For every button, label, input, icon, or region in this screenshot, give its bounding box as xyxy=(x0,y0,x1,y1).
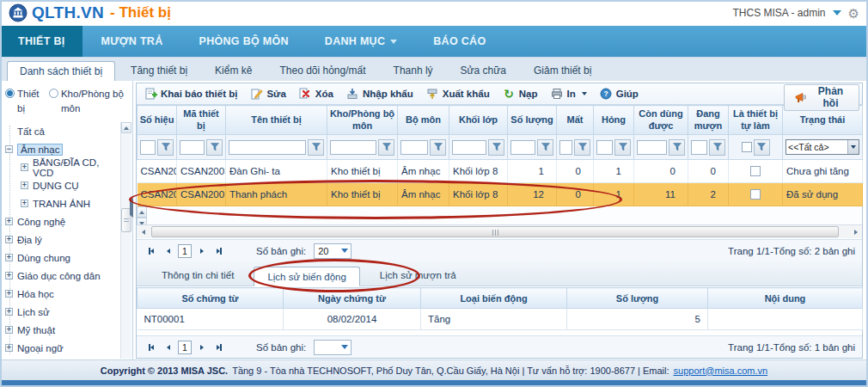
expand-icon[interactable]: + xyxy=(5,326,13,334)
filter-ma-input[interactable] xyxy=(180,140,205,155)
first-page-button[interactable] xyxy=(144,340,158,354)
col-so-chung-tu[interactable]: Số chứng từ xyxy=(138,288,284,309)
filter-mat-input[interactable] xyxy=(559,140,572,155)
tree-item-tat-ca[interactable]: Tất cả xyxy=(2,122,119,140)
filter-con-dung-input[interactable] xyxy=(637,140,667,155)
expand-icon[interactable]: + xyxy=(5,344,13,352)
col-so-luong-detail[interactable]: Số lượng xyxy=(567,288,708,309)
prev-page-button[interactable] xyxy=(161,243,175,258)
menu-muon-tra[interactable]: MƯỢN TRẢ xyxy=(83,26,180,57)
print-dropdown-icon[interactable] xyxy=(582,92,587,95)
col-khoi-lop[interactable]: Khối lớp xyxy=(449,106,508,135)
col-noi-dung[interactable]: Nội dung xyxy=(708,288,863,309)
declare-equipment-button[interactable]: Khai báo thiết bị xyxy=(144,88,237,100)
tab-kiem-ke[interactable]: Kiểm kê xyxy=(203,61,264,81)
table-row-selected[interactable]: CSAN20 CSAN2005 Thanh phách Kho thiết bị… xyxy=(138,183,863,206)
tree-item-bang-dia[interactable]: +BĂNG/ĐĨA CD, VCD xyxy=(2,158,119,176)
filter-funnel-icon[interactable] xyxy=(537,139,553,156)
dropdown-arrow-icon[interactable] xyxy=(339,341,351,354)
edit-button[interactable]: Sửa xyxy=(250,88,285,100)
expand-icon[interactable]: + xyxy=(5,218,13,225)
first-page-button[interactable] xyxy=(144,243,158,258)
filter-funnel-icon[interactable] xyxy=(157,139,174,156)
delete-button[interactable]: Xóa xyxy=(299,88,333,100)
user-dropdown-icon[interactable] xyxy=(833,10,841,15)
current-page-box[interactable]: 1 xyxy=(178,341,192,354)
tree-item-dia-ly[interactable]: +Địa lý xyxy=(2,230,119,249)
tree-item-my-thuat[interactable]: +Mỹ thuật xyxy=(2,321,119,339)
tree-scrollbar[interactable] xyxy=(120,122,131,359)
col-ngay-chung-tu[interactable]: Ngày chứng từ xyxy=(284,288,421,309)
filter-funnel-icon[interactable] xyxy=(754,139,770,156)
expand-icon[interactable]: + xyxy=(5,290,13,298)
feedback-button[interactable]: Phản hồi xyxy=(784,84,859,111)
tree-item-ngoai-ngu[interactable]: +Ngoại ngữ xyxy=(2,339,119,357)
col-ma-thiet-bi[interactable]: Mã thiết bị xyxy=(177,106,226,135)
scroll-right-icon[interactable] xyxy=(849,225,862,238)
col-ten-thiet-bi[interactable]: Tên thiết bị xyxy=(226,106,327,135)
current-page-box[interactable]: 1 xyxy=(178,244,192,258)
filter-funnel-icon[interactable] xyxy=(574,139,590,156)
export-button[interactable]: Xuất khẩu xyxy=(426,88,490,100)
col-so-hieu[interactable]: Số hiệu xyxy=(138,106,177,135)
scroll-up-icon[interactable] xyxy=(121,122,131,133)
tree-item-lich-su[interactable]: +Lịch sử xyxy=(2,303,119,321)
filter-khoi-lop-input[interactable] xyxy=(452,140,486,155)
table-row[interactable]: CSAN20 CSAN2003 Đàn Ghi- ta Kho thiết bị… xyxy=(138,160,863,183)
tree-item-dung-chung[interactable]: +Dùng chung xyxy=(2,249,119,267)
filter-funnel-icon[interactable] xyxy=(378,139,394,156)
filter-dang-muon-input[interactable] xyxy=(691,140,707,155)
expand-icon[interactable]: + xyxy=(5,254,13,261)
tree-item-dung-cu[interactable]: +DỤNG CỤ xyxy=(2,176,119,194)
filter-so-hieu-input[interactable] xyxy=(140,140,156,155)
tab-giam-thiet-bi[interactable]: Giảm thiết bị xyxy=(522,61,603,81)
horizontal-scrollbar[interactable] xyxy=(137,224,862,238)
filter-funnel-icon[interactable] xyxy=(614,139,631,156)
tab-lich-su-muon-tra[interactable]: Lịch sử mượn trả xyxy=(367,266,469,286)
filter-so-luong-input[interactable] xyxy=(510,140,535,155)
refresh-button[interactable]: ↻ Nạp xyxy=(503,88,538,100)
col-dang-muon[interactable]: Đang mượn xyxy=(688,106,729,135)
page-size-dropdown[interactable]: 20 xyxy=(314,243,351,259)
menu-phong-bo-mon[interactable]: PHÒNG BỘ MÔN xyxy=(181,26,307,57)
detail-row[interactable]: NT00001 08/02/2014 Tăng 5 xyxy=(138,309,863,330)
sidebar-splitter-handle[interactable] xyxy=(130,200,133,216)
tab-thanh-ly[interactable]: Thanh lý xyxy=(382,61,445,81)
radio-thiet-bi[interactable]: Thiết bị xyxy=(5,87,49,117)
filter-funnel-icon[interactable] xyxy=(488,139,504,156)
col-bo-mon[interactable]: Bộ môn xyxy=(398,106,449,135)
filter-ten-input[interactable] xyxy=(229,140,306,155)
row-checkbox[interactable] xyxy=(750,166,761,176)
tree-item-giao-duc-cong-dan[interactable]: +Giáo dục công dân xyxy=(2,267,119,285)
filter-checkbox[interactable] xyxy=(742,142,752,152)
last-page-button[interactable] xyxy=(211,243,226,258)
col-so-luong[interactable]: Số lượng xyxy=(508,106,557,135)
expand-icon[interactable]: + xyxy=(5,236,13,243)
page-size-dropdown[interactable] xyxy=(314,340,351,355)
next-page-button[interactable] xyxy=(194,243,209,258)
prev-page-button[interactable] xyxy=(161,340,175,354)
tree-item-hoa-hoc[interactable]: +Hóa học xyxy=(2,285,119,303)
collapse-icon[interactable]: − xyxy=(5,145,13,153)
tab-danh-sach-thiet-bi[interactable]: Danh sách thiết bị xyxy=(7,61,115,81)
dropdown-arrow-icon[interactable] xyxy=(847,140,859,154)
tab-tang-thiet-bi[interactable]: Tăng thiết bị xyxy=(119,61,199,81)
last-page-button[interactable] xyxy=(211,340,226,354)
filter-funnel-icon[interactable] xyxy=(709,139,725,156)
tree-item-am-nhac[interactable]: −Âm nhạc xyxy=(2,140,119,158)
col-tu-lam[interactable]: Là thiết bị tự làm xyxy=(729,106,783,135)
filter-hong-input[interactable] xyxy=(596,140,613,155)
next-page-button[interactable] xyxy=(194,340,209,354)
radio-kho-phong-bo-mon[interactable]: Kho/Phòng bộ môn xyxy=(49,87,131,117)
tree-item-cong-nghe[interactable]: +Công nghệ xyxy=(2,212,119,230)
col-mat[interactable]: Mất xyxy=(557,106,594,135)
dropdown-arrow-icon[interactable] xyxy=(339,244,351,258)
tab-theo-doi-hong-mat[interactable]: Theo dõi hỏng/mất xyxy=(267,61,377,81)
expand-icon[interactable]: + xyxy=(21,181,28,189)
expand-icon[interactable]: + xyxy=(21,200,28,207)
expand-icon[interactable]: + xyxy=(5,308,13,316)
scroll-up-icon[interactable] xyxy=(137,206,147,218)
menu-thiet-bi[interactable]: THIẾT BỊ xyxy=(0,26,83,57)
tab-lich-su-bien-dong[interactable]: Lịch sử biến động xyxy=(254,267,359,286)
filter-funnel-icon[interactable] xyxy=(206,139,223,156)
